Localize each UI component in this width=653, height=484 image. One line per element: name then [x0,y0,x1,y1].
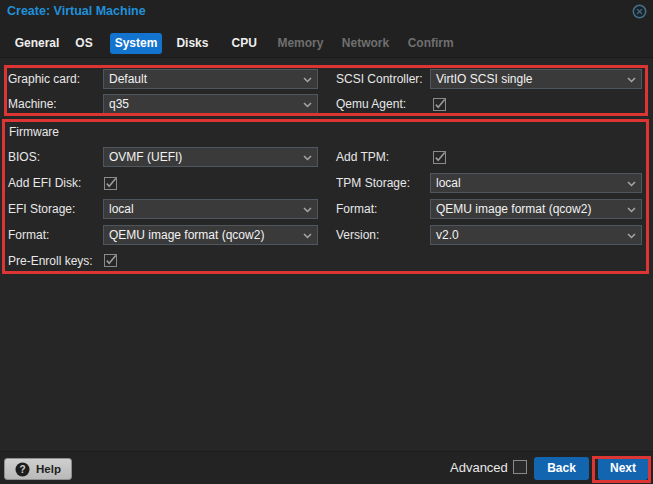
svg-text:?: ? [19,464,25,475]
